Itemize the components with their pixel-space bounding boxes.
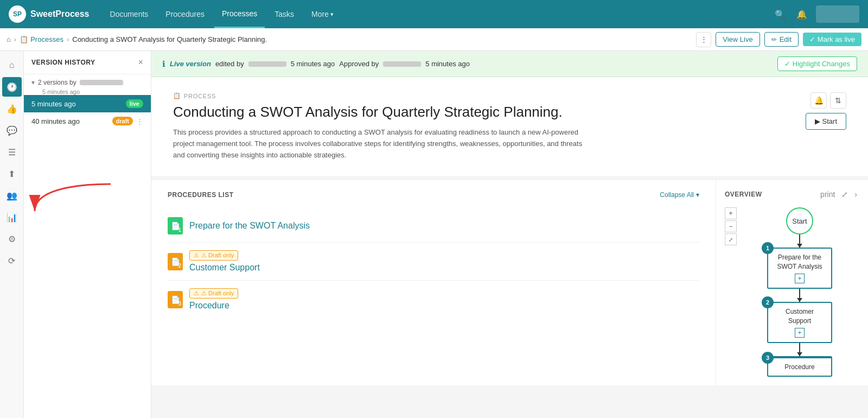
zoom-fit-button[interactable]: ⤢ xyxy=(725,233,737,245)
sidebar-home-icon[interactable]: ⌂ xyxy=(2,55,22,75)
version-2-menu-icon[interactable]: ⋮ xyxy=(136,117,143,125)
zoom-in-button[interactable]: + xyxy=(725,207,737,219)
sidebar-chart-icon[interactable]: 📊 xyxy=(2,207,22,227)
version-time-ago: 5 minutes ago xyxy=(42,88,143,95)
flow-node-2-expand-button[interactable]: + xyxy=(795,328,805,338)
live-banner: ℹ Live version edited by 5 minutes ago A… xyxy=(151,51,868,77)
version-2-time: 40 minutes ago xyxy=(31,117,112,125)
bottom-section: PROCEDURES LIST Collapse All ▾ 📄 1 Prepa… xyxy=(151,180,868,385)
user-avatar[interactable] xyxy=(816,5,859,23)
logo-icon: SP xyxy=(9,5,26,23)
version-group-header[interactable]: ▾ 2 versions by xyxy=(31,79,143,86)
info-icon: ℹ xyxy=(162,59,165,69)
collapse-all-button[interactable]: Collapse All ▾ xyxy=(660,191,699,199)
nav-documents[interactable]: Documents xyxy=(103,0,156,28)
logo[interactable]: SP SweetProcess xyxy=(9,5,90,23)
nav-procedures[interactable]: Procedures xyxy=(158,0,212,28)
search-icon[interactable]: 🔍 xyxy=(773,7,788,22)
main-container: ⌂ 🕐 👍 💬 ☰ ⬆ 👥 📊 ⚙ ⟳ VERSION HISTORY × ▾ … xyxy=(0,51,868,418)
edit-button[interactable]: ✏ Edit xyxy=(764,32,799,47)
procedure-1-number: 1 xyxy=(178,227,181,233)
flow-node-3: 3 Procedure xyxy=(767,356,832,377)
nav-right: 🔍 🔔 xyxy=(773,5,859,23)
version-item-2[interactable]: 40 minutes ago draft ⋮ xyxy=(24,112,151,130)
flow-controls: + − ⤢ xyxy=(725,207,737,245)
procedure-3-content: ⚠ ⚠ Draft only Procedure xyxy=(189,288,699,311)
time-ago-1: 5 minutes ago xyxy=(291,60,335,68)
flow-node-2-label: CustomerSupport xyxy=(773,307,827,326)
approver-pill xyxy=(383,61,421,67)
procedure-3-link[interactable]: Procedure xyxy=(189,301,229,310)
sidebar-history-icon[interactable]: 🕐 xyxy=(2,77,22,97)
procedure-1-link[interactable]: Prepare for the SWOT Analysis xyxy=(189,221,310,230)
version-item-1[interactable]: 5 minutes ago live xyxy=(24,95,151,112)
breadcrumb-current: Conducting a SWOT Analysis for Quarterly… xyxy=(72,35,267,43)
overview-title: OVERVIEW xyxy=(725,191,762,198)
flow-node-3-label: Procedure xyxy=(773,363,827,372)
mark-as-live-button[interactable]: ✓ Mark as live xyxy=(803,33,861,46)
procedure-2-content: ⚠ ⚠ Draft only Customer Support xyxy=(189,250,699,273)
procedure-2-draft-badge: ⚠ ⚠ Draft only xyxy=(189,250,238,261)
sidebar-settings-icon[interactable]: ⚙ xyxy=(2,229,22,249)
version-time-detail: 5 minutes ago xyxy=(31,88,143,95)
nav-tasks[interactable]: Tasks xyxy=(267,0,302,28)
sidebar-upload-icon[interactable]: ⬆ xyxy=(2,164,22,183)
version-panel-close-button[interactable]: × xyxy=(138,58,143,67)
procedure-3-draft-badge: ⚠ ⚠ Draft only xyxy=(189,288,238,299)
nav-more[interactable]: More ▾ xyxy=(304,0,341,28)
procedure-2-icon: 📄 2 xyxy=(168,253,183,270)
sidebar-like-icon[interactable]: 👍 xyxy=(2,99,22,118)
flow-arrow-3 xyxy=(799,343,800,356)
version-user-pill xyxy=(80,80,123,85)
sidebar-users-icon[interactable]: 👥 xyxy=(2,186,22,205)
highlight-changes-button[interactable]: ✓ Highlight Changes xyxy=(777,56,857,71)
flow-node-1-expand-button[interactable]: + xyxy=(795,274,805,283)
flow-node-3-num: 3 xyxy=(762,352,774,364)
flow-arrow-1 xyxy=(799,235,800,248)
version-expand-icon: ▾ xyxy=(31,79,35,86)
procedures-list-title: PROCEDURES LIST xyxy=(168,191,234,199)
editor-pill xyxy=(248,61,286,67)
view-live-button[interactable]: View Live xyxy=(716,32,760,47)
notification-icon[interactable]: 🔔 xyxy=(794,7,809,22)
flow-arrow-2 xyxy=(799,289,800,302)
process-description: This process provides a structured appro… xyxy=(173,127,585,161)
version-2-badge: draft xyxy=(112,117,133,125)
overview-print-button[interactable]: print xyxy=(818,189,837,200)
sidebar-integrations-icon[interactable]: ⟳ xyxy=(2,251,22,270)
overview-next-button[interactable]: › xyxy=(852,189,859,200)
procedure-2-link[interactable]: Customer Support xyxy=(189,263,260,272)
overview-expand-button[interactable]: ⤢ xyxy=(839,189,850,200)
start-button[interactable]: ▶ Start xyxy=(806,113,846,130)
sidebar-comment-icon[interactable]: 💬 xyxy=(2,121,22,140)
procedure-3-icon: 📄 3 xyxy=(168,291,183,308)
flow-start-node: Start xyxy=(786,207,813,235)
overview-actions: print ⤢ › xyxy=(818,189,859,200)
zoom-out-button[interactable]: − xyxy=(725,220,737,232)
time-ago-2: 5 minutes ago xyxy=(425,60,470,68)
bell-button[interactable]: 🔔 xyxy=(810,92,827,109)
reorder-button[interactable]: ⇅ xyxy=(830,92,846,109)
overview-panel: OVERVIEW print ⤢ › + − ⤢ xyxy=(716,180,868,385)
flow-canvas: Start 1 Prepare for theSWOT Analysis + xyxy=(740,207,859,377)
process-title: Conducting a SWOT Analysis for Quarterly… xyxy=(173,104,795,121)
flow-node-1-label: Prepare for theSWOT Analysis xyxy=(773,253,827,271)
procedure-3-number: 3 xyxy=(178,301,181,307)
breadcrumb-processes[interactable]: 📋 Processes xyxy=(20,35,63,43)
collapse-icon: ▾ xyxy=(696,191,699,199)
process-label: 📋 PROCESS xyxy=(173,92,795,99)
home-icon[interactable]: ⌂ xyxy=(7,35,11,43)
breadcrumb-sep-1: › xyxy=(14,35,16,43)
procedure-item-3: 📄 3 ⚠ ⚠ Draft only Procedure xyxy=(168,281,699,318)
sidebar-list-icon[interactable]: ☰ xyxy=(2,142,22,162)
content-area: ℹ Live version edited by 5 minutes ago A… xyxy=(151,51,868,418)
procedure-1-content: Prepare for the SWOT Analysis xyxy=(189,221,699,231)
more-options-button[interactable]: ⋮ xyxy=(696,32,711,47)
nav-processes[interactable]: Processes xyxy=(214,0,265,28)
version-panel-title: VERSION HISTORY xyxy=(31,59,95,66)
version-panel-header: VERSION HISTORY × xyxy=(24,51,151,74)
version-1-badge: live xyxy=(126,99,143,108)
flow-node-1: 1 Prepare for theSWOT Analysis + xyxy=(767,248,832,289)
more-dropdown-arrow: ▾ xyxy=(330,11,334,18)
procedure-item-2: 📄 2 ⚠ ⚠ Draft only Customer Support xyxy=(168,243,699,281)
